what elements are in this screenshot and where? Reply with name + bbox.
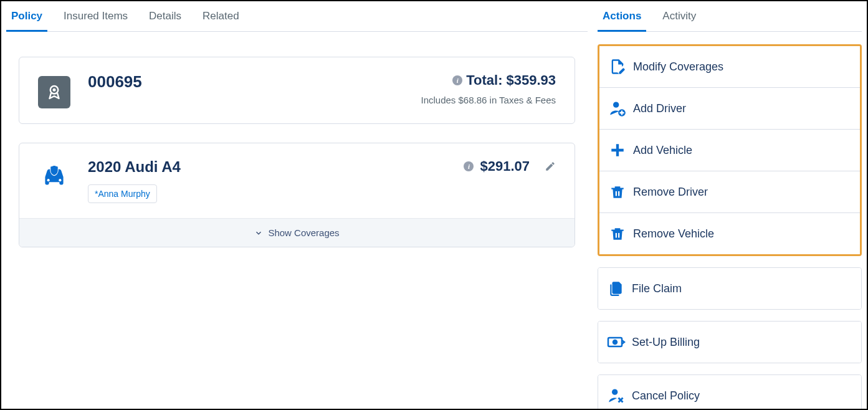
action-file-claim[interactable]: File Claim bbox=[598, 268, 861, 309]
policy-badge-icon bbox=[38, 76, 70, 108]
tab-insured-items[interactable]: Insured Items bbox=[62, 1, 129, 31]
edit-icon[interactable] bbox=[545, 161, 556, 172]
svg-point-14 bbox=[612, 389, 618, 395]
action-label: Set-Up Billing bbox=[632, 336, 700, 349]
show-coverages-button[interactable]: Show Coverages bbox=[19, 218, 575, 247]
action-group-file-claim: File Claim bbox=[598, 267, 862, 310]
action-label: Remove Driver bbox=[633, 186, 708, 199]
svg-point-13 bbox=[613, 340, 617, 344]
vehicle-price: $291.07 bbox=[480, 158, 530, 174]
actions-highlighted-group: Modify Coverages Add Driver Add Vehicle … bbox=[598, 44, 862, 256]
policy-summary-card: 000695 i Total:$359.93 Includes $68.86 i… bbox=[19, 57, 575, 124]
right-panel: Actions Activity Modify Coverages Add Dr… bbox=[593, 1, 867, 409]
action-remove-vehicle[interactable]: Remove Vehicle bbox=[599, 212, 860, 254]
actions-list: Modify Coverages Add Driver Add Vehicle … bbox=[598, 44, 862, 410]
policy-total: i Total:$359.93 bbox=[421, 72, 556, 88]
policy-content: 000695 i Total:$359.93 Includes $68.86 i… bbox=[6, 57, 588, 247]
tab-label: Policy bbox=[11, 10, 42, 22]
left-panel: Policy Insured Items Details Related 000… bbox=[1, 1, 593, 409]
trash-icon bbox=[608, 224, 627, 243]
vehicle-card: 2020 Audi A4 *Anna Murphy i $291.07 bbox=[19, 143, 575, 247]
action-label: Add Vehicle bbox=[633, 144, 692, 157]
action-label: Modify Coverages bbox=[633, 60, 723, 74]
tab-label: Activity bbox=[662, 10, 696, 22]
tab-related[interactable]: Related bbox=[201, 1, 241, 31]
tab-activity[interactable]: Activity bbox=[661, 1, 697, 31]
cash-icon bbox=[607, 333, 626, 351]
show-coverages-label: Show Coverages bbox=[268, 227, 339, 238]
action-modify-coverages[interactable]: Modify Coverages bbox=[599, 46, 860, 87]
svg-point-4 bbox=[613, 102, 619, 108]
info-icon[interactable]: i bbox=[464, 161, 474, 171]
tab-actions[interactable]: Actions bbox=[601, 1, 642, 31]
action-label: Remove Vehicle bbox=[633, 227, 714, 241]
svg-rect-8 bbox=[616, 191, 617, 196]
vehicle-price-row: i $291.07 bbox=[464, 158, 556, 174]
action-label: Add Driver bbox=[633, 102, 686, 115]
vehicle-name: 2020 Audi A4 bbox=[88, 158, 446, 176]
plus-icon bbox=[608, 141, 627, 160]
tab-label: Insured Items bbox=[64, 10, 128, 22]
tab-policy[interactable]: Policy bbox=[10, 1, 44, 31]
svg-rect-9 bbox=[618, 191, 619, 196]
action-add-driver[interactable]: Add Driver bbox=[599, 87, 860, 129]
svg-point-3 bbox=[59, 179, 61, 181]
action-group-cancel-policy: Cancel Policy bbox=[598, 374, 862, 410]
user-cancel-icon bbox=[607, 386, 626, 405]
tab-label: Related bbox=[203, 10, 239, 22]
fees-line: Includes $68.86 in Taxes & Fees bbox=[421, 95, 556, 105]
action-group-setup-billing: Set-Up Billing bbox=[598, 321, 862, 363]
tab-details[interactable]: Details bbox=[148, 1, 183, 31]
user-add-icon bbox=[608, 99, 627, 118]
right-tabs: Actions Activity bbox=[598, 1, 862, 32]
total-label: Total: bbox=[466, 72, 502, 88]
action-setup-billing[interactable]: Set-Up Billing bbox=[598, 322, 861, 363]
tab-label: Details bbox=[149, 10, 181, 22]
action-label: Cancel Policy bbox=[632, 389, 700, 403]
trash-icon bbox=[608, 183, 627, 201]
files-icon bbox=[607, 279, 626, 298]
svg-point-1 bbox=[53, 88, 56, 92]
document-edit-icon bbox=[608, 57, 627, 76]
info-icon[interactable]: i bbox=[452, 75, 462, 85]
total-amount: $359.93 bbox=[506, 72, 556, 88]
action-add-vehicle[interactable]: Add Vehicle bbox=[599, 129, 860, 171]
left-tabs: Policy Insured Items Details Related bbox=[6, 1, 588, 32]
svg-rect-10 bbox=[616, 233, 617, 238]
svg-point-2 bbox=[47, 179, 50, 181]
policy-number: 000695 bbox=[88, 72, 403, 92]
action-cancel-policy[interactable]: Cancel Policy bbox=[598, 375, 861, 410]
svg-rect-11 bbox=[618, 233, 619, 238]
chevron-down-icon bbox=[254, 229, 263, 237]
tab-label: Actions bbox=[603, 10, 641, 22]
action-remove-driver[interactable]: Remove Driver bbox=[599, 171, 860, 212]
action-label: File Claim bbox=[632, 282, 682, 295]
driver-chip[interactable]: *Anna Murphy bbox=[88, 184, 157, 203]
vehicle-icon bbox=[38, 162, 70, 194]
